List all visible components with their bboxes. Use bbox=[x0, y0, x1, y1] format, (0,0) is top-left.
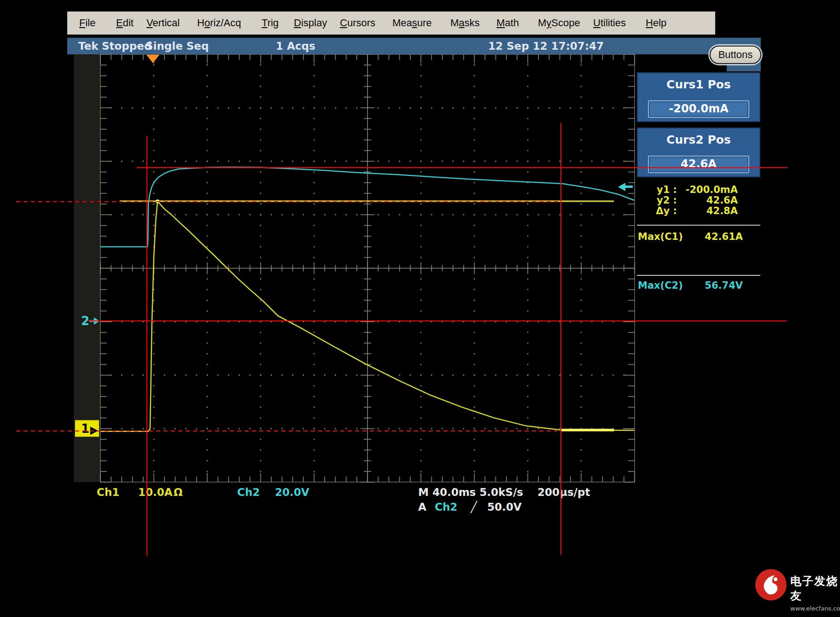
measurement-separator-2 bbox=[637, 275, 760, 276]
measurement-separator-1 bbox=[637, 225, 760, 226]
graticule bbox=[100, 54, 635, 482]
svg-text:2: 2 bbox=[81, 314, 89, 328]
curs1-pos-value[interactable]: -200.0mA bbox=[648, 100, 749, 118]
svg-text:1: 1 bbox=[81, 422, 89, 436]
cursor-y1-value: -200.0mA bbox=[677, 184, 738, 195]
ch1-ground-marker: 1 bbox=[75, 420, 99, 437]
max-c1-label: Max(C1) bbox=[638, 231, 683, 242]
acquisition-count: 1 Acqs bbox=[276, 40, 315, 52]
curs1-pos-title: Curs1 Pos bbox=[638, 78, 759, 91]
status-bar: Tek Stopped Single Seq 1 Acqs 12 Sep 12 … bbox=[67, 38, 761, 54]
cursor-dy-value: 42.8A bbox=[677, 205, 738, 216]
watermark-url: www.elecfans.com bbox=[790, 605, 840, 612]
menu-item-help[interactable]: Help bbox=[646, 17, 666, 29]
ch2-label: Ch2 bbox=[237, 486, 260, 498]
max-c2-value: 56.74V bbox=[682, 280, 743, 291]
ch1-label: Ch1 bbox=[97, 486, 119, 498]
menu-bar: FileEditVerticalHoriz/AcqTrigDisplayCurs… bbox=[67, 12, 715, 35]
trigger-slope-icon: ╱ bbox=[471, 501, 477, 513]
cursor-y2-value: 42.6A bbox=[677, 195, 738, 206]
menu-item-math[interactable]: Math bbox=[496, 17, 519, 29]
cursor-y2-label: y2 : bbox=[649, 195, 677, 206]
trigger-prefix: A bbox=[418, 501, 426, 513]
ch2-scale: 20.0V bbox=[275, 486, 309, 498]
timebase-readout: M 40.0ms 5.0kS/s bbox=[418, 486, 523, 498]
max-c1-value: 42.61A bbox=[682, 231, 743, 242]
menu-item-utilities[interactable]: Utilities bbox=[593, 17, 626, 29]
curs2-pos-panel: Curs2 Pos 42.6A bbox=[637, 128, 760, 177]
menu-item-cursors[interactable]: Cursors bbox=[340, 17, 375, 29]
ch1-peak-marker bbox=[156, 199, 159, 203]
resolution-readout: 200µs/pt bbox=[537, 486, 590, 498]
oscilloscope-screen: FileEditVerticalHoriz/AcqTrigDisplayCurs… bbox=[0, 0, 840, 617]
menu-item-horizacq[interactable]: Horiz/Acq bbox=[197, 17, 241, 29]
max-c2-label: Max(C2) bbox=[638, 280, 683, 291]
elecfans-logo-icon bbox=[755, 569, 787, 600]
watermark: 电子发烧友 www.elecfans.com bbox=[755, 569, 840, 612]
menu-item-myscope[interactable]: MyScope bbox=[538, 17, 580, 29]
acquisition-state: Stopped bbox=[102, 40, 152, 52]
curs2-pos-title: Curs2 Pos bbox=[638, 133, 759, 146]
menu-item-file[interactable]: File bbox=[79, 17, 95, 29]
trigger-source: Ch2 bbox=[435, 501, 457, 513]
menu-item-measure[interactable]: Measure bbox=[392, 17, 432, 29]
buttons-button[interactable]: Buttons bbox=[710, 46, 761, 64]
datetime: 12 Sep 12 17:07:47 bbox=[488, 40, 604, 52]
curs2-pos-value[interactable]: 42.6A bbox=[648, 156, 749, 173]
brand-logo: Tek bbox=[78, 40, 99, 52]
trigger-level: 50.0V bbox=[487, 501, 522, 513]
cursor-dy-label: Δy : bbox=[649, 205, 677, 216]
menu-item-display[interactable]: Display bbox=[294, 17, 327, 29]
menu-item-edit[interactable]: Edit bbox=[116, 17, 134, 29]
ch1-scale: 10.0A bbox=[138, 486, 173, 498]
ch1-coupling-ohm: Ω bbox=[174, 486, 183, 498]
menu-item-trig[interactable]: Trig bbox=[262, 17, 279, 29]
menu-item-vertical[interactable]: Vertical bbox=[146, 17, 180, 29]
curs1-pos-panel: Curs1 Pos -200.0mA bbox=[637, 72, 760, 122]
ch2-ground-marker: 2 bbox=[81, 314, 99, 328]
watermark-text: 电子发烧友 bbox=[790, 574, 840, 603]
cursor-y1-label: y1 : bbox=[649, 184, 677, 195]
menu-item-masks[interactable]: Masks bbox=[450, 17, 480, 29]
acquisition-mode: Single Seq bbox=[146, 40, 209, 52]
